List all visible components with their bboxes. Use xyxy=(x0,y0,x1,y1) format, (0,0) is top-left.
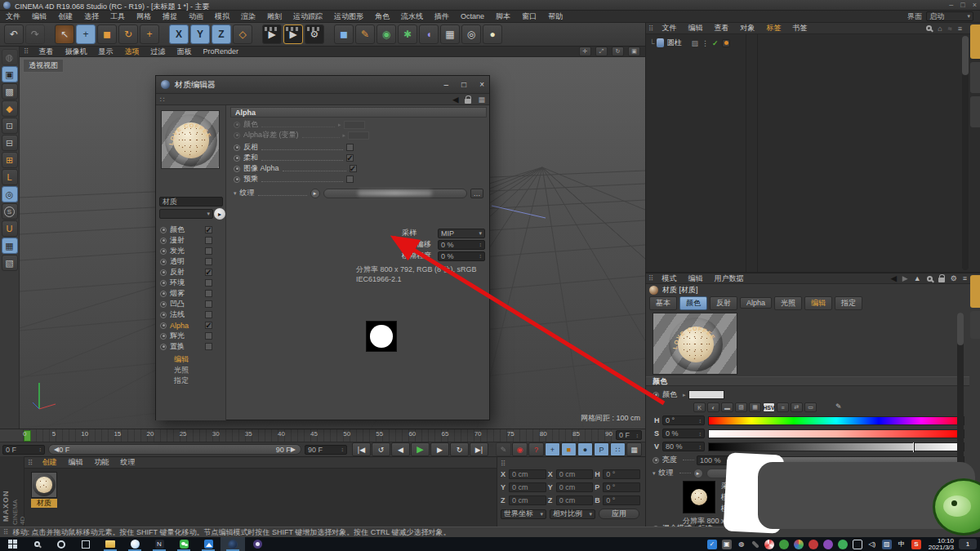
invert-checkbox[interactable] xyxy=(346,144,354,151)
channel-knob[interactable] xyxy=(160,269,167,276)
attribute-tab[interactable]: 反射 xyxy=(710,296,737,310)
add-cube-button[interactable]: ◼ xyxy=(334,24,354,44)
attribute-tab[interactable]: 指定 xyxy=(835,296,862,310)
coordinate-field[interactable]: 0 ° xyxy=(603,495,640,505)
channel-knob[interactable] xyxy=(160,238,167,244)
channel-item[interactable]: 漫射 xyxy=(156,235,226,246)
record-help-button[interactable]: ? xyxy=(528,442,544,456)
loop-button[interactable]: ↻ xyxy=(450,442,469,456)
c4d-taskbar-icon[interactable] xyxy=(220,537,245,551)
window-close-button[interactable]: × xyxy=(973,1,977,9)
menu-item[interactable]: 流水线 xyxy=(395,11,429,22)
divider[interactable] xyxy=(47,24,53,44)
lock-icon[interactable] xyxy=(938,278,945,282)
search-icon[interactable] xyxy=(926,25,932,31)
coordinate-field[interactable]: 0 cm xyxy=(509,482,546,492)
key-scale-toggle[interactable]: ■ xyxy=(561,442,577,456)
attribute-menu-icon[interactable]: ⠿ xyxy=(648,274,654,282)
menu-item[interactable]: Octane xyxy=(455,12,490,20)
image-alpha-checkbox[interactable]: ✓ xyxy=(350,165,357,172)
window-maximize-button[interactable]: □ xyxy=(960,1,964,9)
search-button[interactable] xyxy=(24,537,49,551)
lock-x-axis-button[interactable]: X xyxy=(169,24,189,44)
shader-preview-select[interactable]: ▾ xyxy=(159,209,213,219)
explorer-icon[interactable] xyxy=(98,537,122,551)
render-view-button[interactable]: ▶ xyxy=(262,24,282,44)
object-manager-menu-item[interactable]: 编辑 xyxy=(683,23,709,33)
material-preview[interactable]: LOVE COFFEE xyxy=(161,110,220,169)
saturation-slider[interactable] xyxy=(708,429,964,438)
dialog-menu-icon[interactable]: ∷ xyxy=(160,96,165,104)
history-back-icon[interactable]: ◀ xyxy=(453,96,459,104)
photos-tray-icon[interactable]: ▨ xyxy=(882,540,892,549)
object-manager-scrollbar[interactable] xyxy=(962,36,969,270)
edges-mode-button[interactable]: ⊟ xyxy=(2,135,18,151)
volume-icon[interactable]: ◁) xyxy=(867,540,877,549)
viewport-menu-icon[interactable]: ⠿ xyxy=(20,47,33,56)
viewport-menu-item[interactable]: 过滤 xyxy=(145,47,172,57)
lock-z-axis-button[interactable]: Z xyxy=(212,24,231,44)
frame-back-button[interactable]: ◀ xyxy=(391,442,410,456)
channel-checkbox[interactable] xyxy=(205,290,212,297)
attribute-tab[interactable]: Alpha xyxy=(740,297,772,309)
channel-knob[interactable] xyxy=(160,248,167,255)
value-field[interactable]: 80 %↕ xyxy=(662,442,705,451)
editor-page-item[interactable]: 指定 xyxy=(156,375,226,386)
screenshot-tool-icon[interactable]: ▣ xyxy=(722,540,732,549)
material-manager-menu-item[interactable]: 创建 xyxy=(37,457,63,468)
cortana-button[interactable] xyxy=(49,537,74,551)
record-button[interactable]: ◉ xyxy=(512,442,528,456)
invert-knob[interactable] xyxy=(234,144,240,151)
editor-page-item[interactable]: 编辑 xyxy=(156,354,226,365)
layout-select[interactable]: 启动▾ xyxy=(926,11,973,21)
attribute-tab[interactable]: 基本 xyxy=(649,296,677,310)
dialog-minimize-button[interactable]: – xyxy=(444,80,449,89)
frame-forward-button[interactable]: ▶ xyxy=(430,442,449,456)
material-tag-icon[interactable] xyxy=(722,39,730,47)
channel-knob[interactable] xyxy=(160,301,167,308)
attribute-menu-item[interactable]: 编辑 xyxy=(683,273,709,284)
pan-view-icon[interactable]: ✛ xyxy=(579,47,591,56)
viewport-menu-item[interactable]: 摄像机 xyxy=(60,47,93,57)
layout-grid-icon[interactable]: ▦ xyxy=(478,96,485,104)
value-slider-handle[interactable] xyxy=(913,442,915,452)
sogou-icon[interactable]: S xyxy=(911,540,921,549)
object-manager-menu-item[interactable]: 标签 xyxy=(761,23,787,33)
paw-app-icon[interactable] xyxy=(245,537,270,551)
editor-page-item[interactable]: 光照 xyxy=(156,365,226,375)
texture-mode-button[interactable]: ▩ xyxy=(2,83,18,100)
channel-checkbox[interactable] xyxy=(205,300,212,308)
saturation-field[interactable]: 0 %↕ xyxy=(662,429,705,438)
side-tab[interactable] xyxy=(970,96,980,127)
material-name-field[interactable]: 材质 xyxy=(159,197,223,207)
spline-pen-button[interactable]: ✎ xyxy=(355,24,375,44)
texture-shader-button[interactable]: ▸ xyxy=(693,469,703,478)
menu-item[interactable]: 窗口 xyxy=(516,11,542,22)
compact-mode-icon[interactable]: ▭ xyxy=(804,402,817,412)
ime-indicator[interactable]: 中 xyxy=(897,540,906,549)
channel-knob[interactable] xyxy=(160,227,167,233)
render-picture-viewer-button[interactable]: ▶ xyxy=(283,24,303,44)
mograph-button[interactable]: ✱ xyxy=(398,24,417,44)
channel-item[interactable]: 透明 xyxy=(156,256,226,267)
menu-item[interactable]: 创建 xyxy=(52,11,78,22)
soft-knob[interactable] xyxy=(234,155,240,162)
attribute-menu-item[interactable]: 用户数据 xyxy=(709,273,750,284)
viewport-menu-item[interactable]: 选项 xyxy=(119,47,145,57)
coordinate-field[interactable]: 0 ° xyxy=(603,469,640,479)
key-rotation-toggle[interactable]: ● xyxy=(577,442,593,456)
coordinate-system-button[interactable]: ◇ xyxy=(233,24,252,44)
kelvin-mode-icon[interactable]: K xyxy=(693,402,706,412)
material-manager-menu-item[interactable]: 编辑 xyxy=(63,457,89,468)
light-button[interactable]: ● xyxy=(483,24,502,44)
channel-item[interactable]: 发光 xyxy=(156,246,226,256)
viewport-menu-item[interactable]: ProRender xyxy=(198,47,245,56)
frame-range-slider[interactable]: ◀ 0 F 90 F ▶ xyxy=(48,444,301,455)
side-tab-active[interactable] xyxy=(970,275,980,308)
make-editable-button[interactable]: ◍ xyxy=(2,49,18,65)
workplane-mode-button[interactable]: ◆ xyxy=(2,100,18,117)
menu-item[interactable]: 动画 xyxy=(183,11,209,22)
attribute-tab[interactable]: 光照 xyxy=(774,296,802,310)
menu-item[interactable]: 文件 xyxy=(0,11,26,22)
attr-texture-thumbnail[interactable] xyxy=(683,481,715,513)
